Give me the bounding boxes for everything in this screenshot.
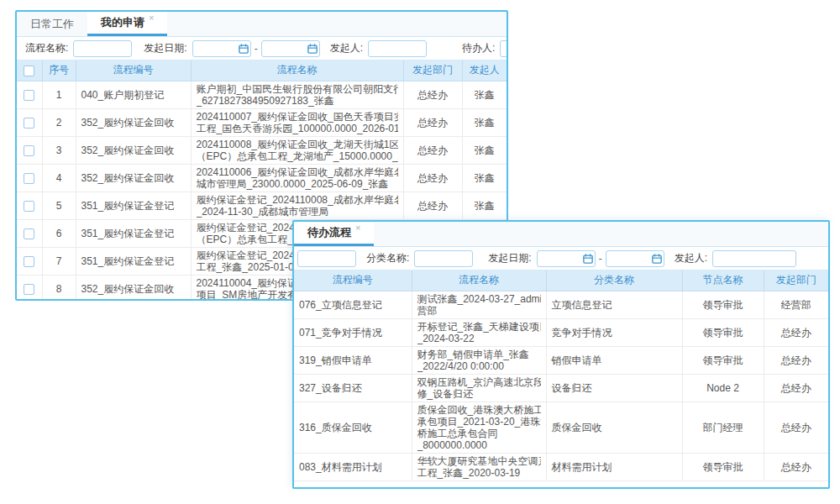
row-checkbox[interactable] [24, 90, 34, 101]
table-row: 4352_履约保证金回收2024110006_履约保证金回收_成都水岸华庭名苑项… [17, 164, 507, 192]
cell-seq: 6 [42, 219, 76, 247]
table-header-row: 流程编号 流程名称 分类名称 节点名称 发起部门 [294, 270, 828, 291]
close-tab-icon[interactable]: × [355, 223, 360, 233]
tab-daily-work[interactable]: 日常工作 [17, 12, 87, 36]
row-checkbox[interactable] [24, 228, 34, 239]
cell-process-code: 352_履约保证金回收 [76, 164, 191, 192]
cell-category-name: 设备归还 [546, 374, 682, 402]
cell-seq: 2 [42, 108, 76, 136]
cell-initiating-dept: 总经办 [764, 374, 828, 402]
calendar-icon[interactable] [652, 254, 662, 264]
select-all-checkbox[interactable] [24, 66, 34, 76]
back-filter-bar: 流程名称: 发起日期: - 发起人: 待办人: [17, 37, 507, 60]
close-tab-icon[interactable]: × [149, 13, 154, 23]
cell-node-name: 领导审批 [682, 453, 764, 480]
cell-process-code: 316_质保金回收 [294, 402, 412, 453]
table-row: 3352_履约保证金回收2024110008_履约保证金回收_龙湖天街城1区设计… [17, 136, 507, 164]
calendar-icon[interactable] [307, 44, 318, 54]
cell-node-name: Node 2 [682, 374, 764, 402]
cell-process-code: 352_履约保证金回收 [76, 136, 191, 164]
table-row: 5351_履约保证金登记履约保证金登记_2024110008_成都水岸华庭名苑项… [17, 192, 507, 219]
front-tab-bar: 待办流程 × [294, 222, 828, 247]
row-select-cell [17, 108, 42, 136]
cell-seq: 4 [42, 164, 76, 192]
cell-process-name: 质保金回收_港珠澳大桥施工总承包项目_2021-03-20_港珠澳大桥施工总承包… [412, 402, 546, 453]
cell-node-name: 领导审批 [682, 318, 764, 346]
tab-pending-processes[interactable]: 待办流程 × [294, 222, 374, 246]
cell-process-name: 2024110006_履约保证金回收_成都水岸华庭名苑项目一标段_成都城市管理局… [191, 164, 403, 192]
cell-process-code: 352_履约保证金回收 [76, 275, 191, 301]
tab-pending-processes-label: 待办流程 [307, 225, 351, 240]
start-date-label: 发起日期: [488, 251, 531, 265]
col-initiator: 发起人 [462, 60, 507, 81]
cell-category-name: 立项信息登记 [546, 291, 682, 318]
cell-process-code: 076_立项信息登记 [294, 291, 412, 318]
row-checkbox[interactable] [24, 201, 34, 212]
select-all-cell [17, 60, 42, 81]
row-checkbox[interactable] [24, 284, 34, 295]
cell-initiating-dept: 总经办 [764, 318, 828, 346]
category-name-input[interactable] [414, 250, 473, 267]
tab-my-applications[interactable]: 我的申请 × [87, 12, 167, 36]
pending-processes-window: 待办流程 × 分类名称: 发起日期: - 发起人: 流程编号 流程名称 分类名称… [292, 220, 830, 489]
col-process-name: 流程名称 [412, 270, 546, 291]
cell-category-name: 材料需用计划 [546, 453, 682, 480]
cell-seq: 7 [42, 247, 76, 275]
category-name-label: 分类名称: [366, 251, 409, 265]
cell-initiator: 张鑫 [462, 192, 507, 219]
cell-category-name: 质保金回收 [546, 402, 682, 453]
initiator-input[interactable] [368, 40, 427, 57]
row-select-cell [17, 81, 42, 108]
cell-process-name: 财务部_销假申请单_张鑫_2022/4/20 0:00:00 [412, 346, 546, 374]
cell-process-name: 2024110007_履约保证金回收_国色天香项目实体样板房区域园建工程_国色天… [191, 108, 403, 136]
front-filter-bar: 分类名称: 发起日期: - 发起人: [294, 247, 828, 270]
calendar-icon[interactable] [239, 44, 249, 54]
col-initiating-dept: 发起部门 [403, 60, 462, 81]
cell-process-code: 352_履约保证金回收 [76, 108, 191, 136]
cell-initiator: 张鑫 [462, 81, 507, 108]
cell-process-code: 071_竞争对手情况 [294, 318, 412, 346]
cell-process-name: 开标登记_张鑫_天梯建设项目_2024-03-22 [412, 318, 546, 346]
cell-initiating-dept: 总经办 [403, 164, 462, 192]
cell-process-code: 040_账户期初登记 [76, 81, 191, 108]
cell-process-name: 履约保证金登记_2024110008_成都水岸华庭名苑项目一标段_张鑫_2024… [191, 192, 403, 219]
first-filter-input[interactable] [297, 250, 356, 267]
initiator-input[interactable] [712, 250, 796, 267]
cell-seq: 1 [42, 81, 76, 108]
row-select-cell [17, 192, 42, 219]
todo-person-input[interactable] [500, 40, 507, 57]
cell-initiating-dept: 总经办 [764, 346, 828, 374]
cell-initiating-dept: 总经办 [403, 108, 462, 136]
row-checkbox[interactable] [24, 145, 34, 156]
cell-process-code: 351_履约保证金登记 [76, 219, 191, 247]
row-select-cell [17, 219, 42, 247]
cell-category-name: 竞争对手情况 [546, 318, 682, 346]
cell-seq: 3 [42, 136, 76, 164]
cell-process-name: 双钢压路机_京沪高速北京段维修_设备归还 [412, 374, 546, 402]
col-node-name: 节点名称 [682, 270, 764, 291]
cell-process-code: 351_履约保证金登记 [76, 192, 191, 219]
cell-process-code: 327_设备归还 [294, 374, 412, 402]
process-name-label: 流程名称: [25, 41, 68, 55]
row-checkbox[interactable] [24, 256, 34, 267]
calendar-icon[interactable] [583, 254, 593, 264]
pending-processes-table: 流程编号 流程名称 分类名称 节点名称 发起部门 076_立项信息登记测试张鑫_… [294, 270, 828, 481]
cell-seq: 5 [42, 192, 76, 219]
cell-initiating-dept: 总经办 [403, 81, 462, 108]
col-process-code: 流程编号 [294, 270, 412, 291]
row-checkbox[interactable] [24, 173, 34, 184]
cell-initiating-dept: 总经办 [764, 402, 828, 453]
row-select-cell [17, 247, 42, 275]
tab-my-applications-label: 我的申请 [101, 15, 144, 30]
cell-initiating-dept: 总经办 [403, 136, 462, 164]
cell-initiating-dept: 经营部 [764, 291, 828, 318]
todo-person-label: 待办人: [462, 41, 495, 55]
cell-initiating-dept: 总经办 [764, 453, 828, 480]
table-row: 2352_履约保证金回收2024110007_履约保证金回收_国色天香项目实体样… [17, 108, 507, 136]
col-process-name: 流程名称 [191, 60, 403, 81]
row-checkbox[interactable] [24, 118, 34, 129]
initiator-label: 发起人: [330, 41, 363, 55]
process-name-input[interactable] [73, 40, 132, 57]
row-select-cell [17, 136, 42, 164]
cell-process-name: 华软大厦研究基地中央空调系统工程_张鑫_2020-03-19 [412, 453, 546, 480]
